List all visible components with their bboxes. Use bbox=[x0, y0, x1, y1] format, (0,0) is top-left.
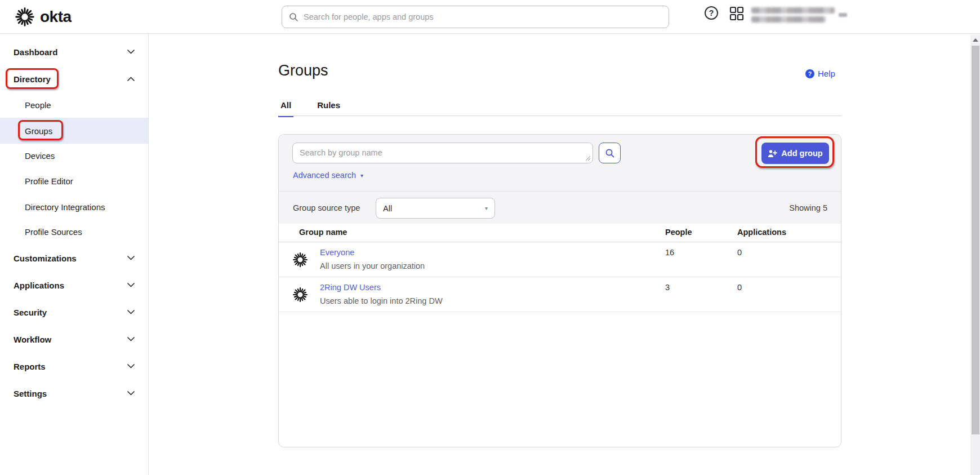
user-email-redacted bbox=[751, 7, 835, 14]
table-row: Everyone All users in your organization … bbox=[279, 242, 841, 277]
top-bar: okta ? bbox=[0, 0, 980, 34]
page-help-link[interactable]: ? Help bbox=[805, 69, 835, 78]
chevron-down-icon bbox=[127, 337, 135, 341]
group-source-type-label: Group source type bbox=[293, 203, 360, 212]
chevron-up-icon bbox=[127, 77, 135, 81]
chevron-down-icon bbox=[127, 256, 135, 260]
group-okta-icon bbox=[292, 287, 308, 303]
scrollbar-thumb[interactable] bbox=[972, 46, 979, 434]
people-count: 16 bbox=[665, 248, 674, 257]
group-search-box bbox=[292, 143, 593, 163]
user-account-menu[interactable] bbox=[751, 7, 847, 23]
page-title: Groups bbox=[278, 62, 328, 79]
group-link-2ring-dw-users[interactable]: 2Ring DW Users bbox=[320, 283, 381, 292]
chevron-down-icon bbox=[127, 391, 135, 396]
sidebar-item-security[interactable]: Security bbox=[0, 299, 148, 325]
sidebar-item-customizations[interactable]: Customizations bbox=[0, 245, 148, 271]
add-group-button[interactable]: Add group bbox=[761, 143, 829, 164]
caret-down-icon: ▾ bbox=[485, 205, 488, 211]
global-search-input[interactable] bbox=[304, 12, 662, 21]
sidebar-item-dashboard[interactable]: Dashboard bbox=[0, 39, 148, 65]
vertical-scrollbar bbox=[970, 34, 980, 475]
filter-row: Group source type All ▾ Showing 5 bbox=[279, 191, 841, 224]
okta-spinner-icon bbox=[15, 7, 35, 27]
add-group-label: Add group bbox=[781, 149, 822, 158]
sidebar-item-workflow[interactable]: Workflow bbox=[0, 326, 148, 352]
add-person-icon bbox=[768, 149, 777, 158]
resize-grip-icon[interactable] bbox=[585, 156, 591, 161]
search-icon bbox=[289, 12, 299, 22]
chevron-down-icon bbox=[127, 310, 135, 314]
chevron-down-icon bbox=[127, 50, 135, 54]
table-header: Group name People Applications bbox=[279, 224, 841, 242]
scroll-up-arrow[interactable] bbox=[973, 38, 978, 42]
sidebar-item-directory[interactable]: Directory bbox=[0, 66, 148, 92]
showing-count: Showing 5 bbox=[789, 203, 827, 212]
okta-wordmark: okta bbox=[40, 8, 72, 26]
table-row: 2Ring DW Users Users able to login into … bbox=[279, 277, 841, 312]
help-link-label: Help bbox=[818, 69, 835, 78]
people-count: 3 bbox=[665, 283, 670, 292]
caret-down-icon: ▾ bbox=[360, 172, 363, 179]
tabs-divider bbox=[278, 116, 841, 116]
applications-count: 0 bbox=[737, 248, 742, 257]
sidebar-item-devices[interactable]: Devices bbox=[0, 143, 148, 168]
selected-source-value: All bbox=[383, 204, 485, 213]
sidebar-item-people[interactable]: People bbox=[0, 92, 148, 118]
group-source-type-select[interactable]: All ▾ bbox=[376, 198, 495, 219]
group-okta-icon bbox=[292, 252, 308, 268]
user-org-redacted bbox=[751, 16, 826, 23]
advanced-search-link[interactable]: Advanced search ▾ bbox=[293, 171, 363, 180]
groups-tabs: All Rules bbox=[278, 100, 342, 117]
help-icon[interactable]: ? bbox=[705, 6, 718, 20]
sidebar-item-profile-sources[interactable]: Profile Sources bbox=[0, 219, 148, 245]
group-link-everyone[interactable]: Everyone bbox=[320, 248, 354, 257]
group-description: All users in your organization bbox=[320, 261, 425, 270]
tab-rules[interactable]: Rules bbox=[315, 100, 342, 117]
group-search-input[interactable] bbox=[293, 143, 593, 163]
sidebar-item-profile-editor[interactable]: Profile Editor bbox=[0, 168, 148, 194]
column-group-name: Group name bbox=[299, 228, 347, 237]
tab-all[interactable]: All bbox=[278, 100, 293, 117]
groups-panel: Advanced search ▾ Add group Group source… bbox=[278, 134, 841, 447]
applications-count: 0 bbox=[737, 283, 742, 292]
column-applications: Applications bbox=[737, 228, 786, 237]
group-search-button[interactable] bbox=[599, 143, 621, 163]
sidebar-nav: Dashboard Directory People Groups Device… bbox=[0, 34, 149, 475]
chevron-down-icon bbox=[127, 283, 135, 287]
apps-grid-icon[interactable] bbox=[729, 6, 744, 21]
help-info-icon: ? bbox=[805, 69, 814, 78]
group-description: Users able to login into 2Ring DW bbox=[320, 296, 443, 305]
sidebar-item-settings[interactable]: Settings bbox=[0, 380, 148, 406]
chevron-down-icon bbox=[127, 364, 135, 369]
group-search-section: Advanced search ▾ Add group bbox=[279, 135, 841, 191]
main-content: Groups ? Help All Rules bbox=[149, 34, 980, 475]
sidebar-item-groups[interactable]: Groups bbox=[0, 118, 148, 144]
global-search bbox=[282, 6, 669, 28]
sidebar-item-applications[interactable]: Applications bbox=[0, 272, 148, 298]
column-people: People bbox=[665, 228, 692, 237]
sidebar-item-reports[interactable]: Reports bbox=[0, 353, 148, 379]
sidebar-item-directory-integrations[interactable]: Directory Integrations bbox=[0, 194, 148, 220]
okta-logo[interactable]: okta bbox=[15, 7, 72, 27]
user-menu-caret-icon bbox=[839, 13, 847, 17]
